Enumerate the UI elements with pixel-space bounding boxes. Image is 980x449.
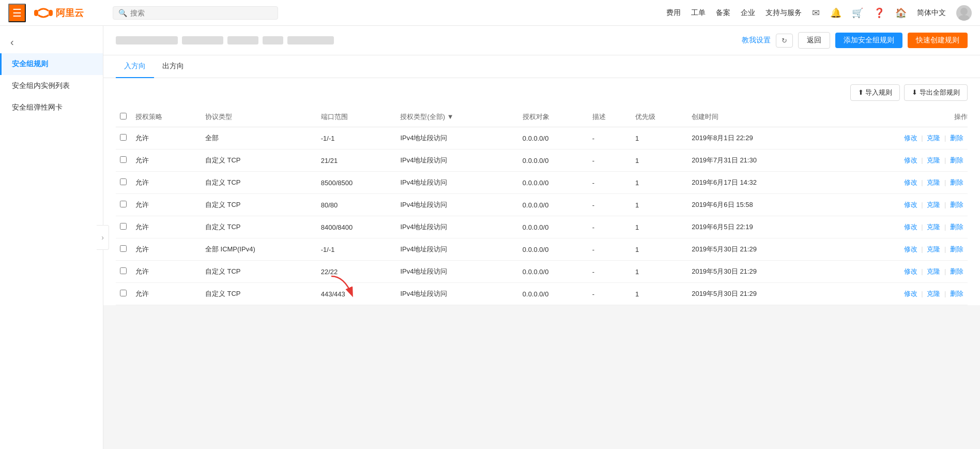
bell-icon[interactable]: 🔔 [830, 7, 841, 19]
action-sep-1: | [921, 245, 923, 253]
sidebar-item-instance-list[interactable]: 安全组内实例列表 [0, 75, 103, 97]
avatar[interactable] [956, 5, 972, 21]
action-edit[interactable]: 修改 [904, 134, 917, 142]
row-checkbox[interactable] [120, 201, 127, 207]
help-icon[interactable]: ❓ [874, 7, 885, 19]
action-edit[interactable]: 修改 [904, 156, 917, 164]
svg-rect-0 [34, 10, 38, 16]
cell-auth-type: IPv4地址段访问 [396, 216, 518, 238]
action-clone[interactable]: 克隆 [927, 134, 940, 142]
hamburger-menu[interactable]: ☰ [8, 4, 26, 22]
sidebar-collapse-btn[interactable]: › [97, 225, 109, 250]
sidebar-item-elastic-nic[interactable]: 安全组弹性网卡 [0, 97, 103, 118]
cell-protocol: 自定义 TCP [201, 283, 317, 305]
search-bar[interactable]: 🔍 [113, 6, 278, 20]
action-sep-1: | [921, 134, 923, 142]
row-checkbox[interactable] [120, 134, 127, 141]
select-all-checkbox[interactable] [120, 113, 127, 119]
action-sep-2: | [944, 290, 946, 297]
cell-auth-type: IPv4地址段访问 [396, 238, 518, 261]
cell-desc: - [588, 194, 631, 216]
table-header: 授权策略 协议类型 端口范围 授权类型(全部) ▼ 授权对象 描述 优先级 创建… [116, 107, 968, 127]
action-delete[interactable]: 删除 [950, 223, 963, 231]
row-checkbox[interactable] [120, 290, 127, 296]
cell-priority: 1 [631, 172, 687, 194]
return-btn[interactable]: 返回 [798, 32, 830, 49]
action-sep-2: | [944, 134, 946, 142]
action-delete[interactable]: 删除 [950, 245, 963, 253]
header-left [116, 36, 334, 44]
action-clone[interactable]: 克隆 [927, 156, 940, 164]
col-port: 端口范围 [317, 107, 396, 127]
action-edit[interactable]: 修改 [904, 223, 917, 231]
tab-inbound[interactable]: 入方向 [116, 55, 154, 78]
message-icon[interactable]: ✉ [812, 7, 820, 19]
col-protocol: 协议类型 [201, 107, 317, 127]
col-auth-type[interactable]: 授权类型(全部) ▼ [396, 107, 518, 127]
action-delete[interactable]: 删除 [950, 134, 963, 142]
logo: 阿里云 [34, 6, 84, 20]
nav-workorder[interactable]: 工单 [691, 8, 706, 18]
export-rules-btn[interactable]: ⬇ 导出全部规则 [904, 84, 968, 101]
logo-icon [34, 6, 53, 20]
sidebar-item-security-rules[interactable]: 安全组规则 [0, 53, 103, 75]
nav-support[interactable]: 支持与服务 [765, 8, 802, 18]
action-delete[interactable]: 删除 [950, 201, 963, 208]
home-icon[interactable]: 🏠 [895, 7, 907, 19]
row-checkbox[interactable] [120, 223, 127, 230]
action-delete[interactable]: 删除 [950, 290, 963, 297]
cart-icon[interactable]: 🛒 [852, 7, 863, 19]
import-rules-btn[interactable]: ⬆ 导入规则 [850, 84, 900, 101]
cell-auth-type: IPv4地址段访问 [396, 283, 518, 305]
action-delete[interactable]: 删除 [950, 267, 963, 275]
action-edit[interactable]: 修改 [904, 245, 917, 253]
action-edit[interactable]: 修改 [904, 290, 917, 297]
row-checkbox[interactable] [120, 245, 127, 252]
action-clone[interactable]: 克隆 [927, 245, 940, 253]
svg-rect-1 [49, 10, 53, 16]
action-sep-2: | [944, 245, 946, 253]
action-clone[interactable]: 克隆 [927, 201, 940, 208]
quick-create-btn[interactable]: 快速创建规则 [908, 33, 968, 48]
tab-outbound[interactable]: 出方向 [154, 55, 192, 78]
cell-priority: 1 [631, 127, 687, 149]
action-edit[interactable]: 修改 [904, 178, 917, 186]
nav-lang[interactable]: 简体中文 [917, 8, 946, 18]
cell-desc: - [588, 238, 631, 261]
nav-fees[interactable]: 费用 [666, 8, 681, 18]
help-setup-btn[interactable]: 教我设置 [742, 36, 771, 45]
action-edit[interactable]: 修改 [904, 201, 917, 208]
add-rule-btn[interactable]: 添加安全组规则 [835, 33, 902, 48]
sidebar-back-btn[interactable]: ‹ [0, 31, 103, 53]
action-clone[interactable]: 克隆 [927, 223, 940, 231]
row-checkbox[interactable] [120, 156, 127, 163]
col-action: 操作 [833, 107, 968, 127]
action-edit[interactable]: 修改 [904, 267, 917, 275]
nav-beian[interactable]: 备案 [716, 8, 730, 18]
col-desc: 描述 [588, 107, 631, 127]
action-clone[interactable]: 克隆 [927, 267, 940, 275]
refresh-btn[interactable]: ↻ [776, 34, 793, 48]
action-clone[interactable]: 克隆 [927, 178, 940, 186]
cell-desc: - [588, 127, 631, 149]
cell-port: 8500/8500 [317, 172, 396, 194]
main-content: 教我设置 ↻ 返回 添加安全组规则 快速创建规则 入方向 出方向 ⬆ 导入规则 … [103, 26, 980, 449]
row-checkbox[interactable] [120, 178, 127, 185]
action-delete[interactable]: 删除 [950, 178, 963, 186]
logo-text: 阿里云 [56, 7, 84, 19]
search-input[interactable] [130, 9, 272, 17]
cell-target: 0.0.0.0/0 [518, 283, 588, 305]
breadcrumb-block-5 [287, 36, 334, 44]
action-clone[interactable]: 克隆 [927, 290, 940, 297]
breadcrumb-block-4 [263, 36, 283, 44]
row-checkbox[interactable] [120, 267, 127, 274]
cell-priority: 1 [631, 149, 687, 172]
action-sep-2: | [944, 178, 946, 186]
action-delete[interactable]: 删除 [950, 156, 963, 164]
cell-priority: 1 [631, 283, 687, 305]
nav-enterprise[interactable]: 企业 [741, 8, 755, 18]
cell-port: -1/-1 [317, 127, 396, 149]
table-row: 允许 自定义 TCP 22/22 IPv4地址段访问 0.0.0.0/0 - 1… [116, 261, 968, 283]
cell-desc: - [588, 283, 631, 305]
cell-actions: 修改 | 克隆 | 删除 [833, 127, 968, 149]
